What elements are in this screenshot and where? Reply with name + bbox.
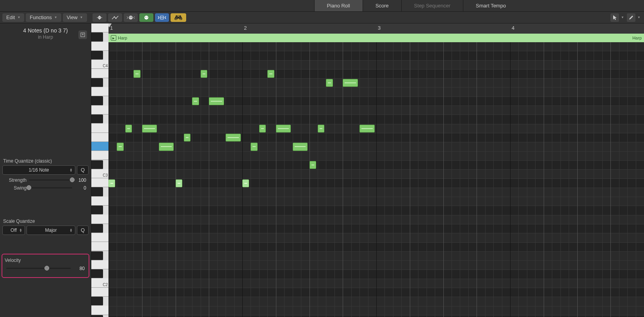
black-key[interactable] — [91, 142, 109, 151]
collapse-icon[interactable] — [93, 13, 107, 22]
black-key[interactable] — [91, 160, 103, 169]
white-key[interactable] — [91, 87, 109, 96]
midi-note[interactable] — [251, 143, 257, 150]
functions-menu[interactable]: Functions▼ — [26, 13, 61, 22]
midi-note[interactable] — [176, 179, 182, 187]
quantize-button[interactable]: Q — [77, 165, 89, 175]
grid-line — [560, 42, 561, 317]
midi-note[interactable] — [142, 125, 157, 133]
white-key[interactable] — [91, 124, 109, 133]
midi-note[interactable] — [184, 134, 190, 141]
grid-line — [619, 42, 619, 317]
midi-note[interactable] — [226, 134, 241, 141]
tab-score[interactable]: Score — [363, 0, 401, 11]
edit-menu[interactable]: Edit▼ — [2, 13, 24, 22]
white-key[interactable] — [91, 133, 109, 142]
midi-out-icon[interactable] — [139, 13, 153, 22]
white-key[interactable] — [91, 197, 109, 206]
midi-note[interactable] — [343, 79, 358, 87]
midi-note[interactable] — [201, 70, 207, 78]
piano-keyboard[interactable]: C4C3C2 — [91, 23, 109, 317]
strength-slider[interactable] — [29, 179, 72, 181]
grid-line — [435, 42, 435, 317]
chevron-down-icon: ▼ — [620, 13, 625, 22]
midi-note[interactable] — [117, 143, 123, 150]
swing-value: 0 — [75, 185, 86, 191]
midi-note[interactable] — [276, 125, 291, 133]
black-key[interactable] — [91, 315, 103, 317]
velocity-slider[interactable] — [6, 268, 71, 269]
midi-note[interactable] — [125, 125, 132, 133]
black-key[interactable] — [91, 32, 103, 41]
region-header[interactable]: ▸ Harp Harp — [109, 34, 644, 42]
black-key[interactable] — [91, 96, 103, 105]
black-key[interactable] — [91, 269, 103, 278]
white-key[interactable] — [91, 242, 109, 251]
black-key[interactable] — [91, 224, 103, 233]
svg-rect-10 — [177, 17, 180, 18]
view-menu[interactable]: View▼ — [63, 13, 87, 22]
key-label: C4 — [103, 64, 108, 68]
quantize-value-select[interactable]: 1/16 Note ▲▼ — [2, 165, 75, 175]
scale-root-select[interactable]: Off ▲▼ — [2, 226, 25, 235]
midi-in-icon[interactable] — [124, 13, 138, 22]
catch-icon[interactable] — [155, 13, 169, 22]
automation-icon[interactable] — [108, 13, 122, 22]
white-key[interactable]: C4 — [91, 60, 109, 69]
black-key[interactable] — [91, 187, 103, 196]
time-quantize-section: Time Quantize (classic) 1/16 Note ▲▼ Q S… — [0, 157, 91, 193]
midi-note[interactable] — [318, 125, 324, 133]
tab-piano-roll[interactable]: Piano Roll — [314, 0, 363, 11]
grid-line — [159, 42, 159, 317]
link-icon[interactable] — [171, 13, 186, 22]
midi-note[interactable] — [267, 70, 274, 78]
tab-smart-tempo[interactable]: Smart Tempo — [463, 0, 518, 11]
midi-note[interactable] — [109, 179, 115, 187]
midi-note[interactable] — [310, 161, 316, 169]
midi-note[interactable] — [359, 125, 375, 133]
black-key[interactable] — [91, 115, 103, 124]
white-key[interactable] — [91, 42, 109, 51]
midi-note[interactable] — [209, 97, 224, 105]
bar-number: 1 — [110, 25, 113, 31]
white-key[interactable] — [91, 215, 109, 224]
white-key[interactable] — [91, 69, 109, 78]
expand-panel-icon[interactable] — [78, 30, 87, 39]
white-key[interactable] — [91, 288, 109, 297]
right-tool-selector[interactable]: ▼ — [627, 13, 642, 22]
stepper-icon: ▲▼ — [69, 228, 73, 232]
midi-note[interactable] — [293, 143, 308, 150]
white-key[interactable] — [91, 23, 109, 32]
grid-line — [284, 42, 285, 317]
white-key[interactable] — [91, 106, 109, 115]
left-tool-selector[interactable]: ▼ — [610, 13, 625, 22]
white-key[interactable] — [91, 306, 109, 315]
black-key[interactable] — [91, 251, 103, 260]
white-key[interactable] — [91, 178, 109, 187]
grid-line — [527, 42, 527, 317]
chevron-down-icon: ▼ — [54, 16, 57, 19]
white-key[interactable]: C3 — [91, 169, 109, 178]
white-key[interactable] — [91, 260, 109, 269]
black-key[interactable] — [91, 206, 103, 215]
scale-quantize-button[interactable]: Q — [77, 226, 89, 235]
white-key[interactable] — [91, 151, 109, 160]
midi-note[interactable] — [159, 143, 174, 150]
black-key[interactable] — [91, 51, 103, 60]
black-key[interactable] — [91, 78, 103, 87]
midi-note[interactable] — [259, 125, 266, 133]
white-key[interactable] — [91, 233, 109, 242]
black-key[interactable] — [91, 297, 103, 306]
chevron-down-icon: ▼ — [80, 16, 83, 19]
scale-type-select[interactable]: Major ▲▼ — [27, 226, 75, 235]
grid-line — [167, 42, 167, 317]
midi-note[interactable] — [242, 179, 249, 187]
midi-note[interactable] — [133, 70, 140, 78]
swing-slider[interactable] — [29, 187, 72, 188]
midi-note[interactable] — [326, 79, 333, 87]
white-key[interactable]: C2 — [91, 278, 109, 287]
grid-line — [627, 42, 628, 317]
time-quantize-label: Time Quantize (classic) — [2, 158, 89, 164]
midi-note[interactable] — [192, 97, 199, 105]
timeline-ruler[interactable]: ▸ Harp Harp 1234 — [109, 23, 644, 42]
